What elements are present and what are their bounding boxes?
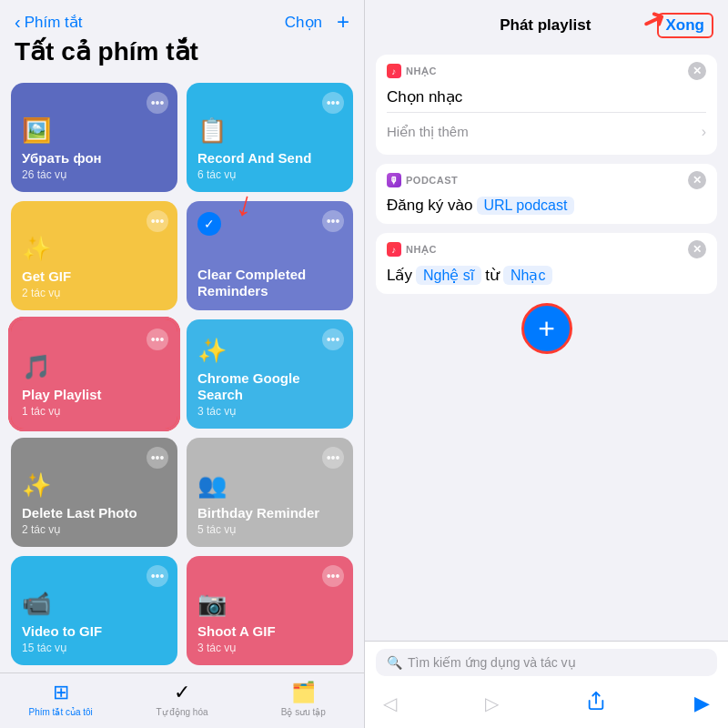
close-action-2[interactable]: ✕ [688,171,706,189]
card-icon-record: 📋 [197,116,342,145]
shortcut-card-delete[interactable]: ••• ✨ Delete Last Photo 2 tác vụ [11,438,177,547]
divider-1 [387,112,706,113]
shortcut-card-playlist[interactable]: ••• 🎵 Play Playlist 1 tác vụ [11,319,177,429]
lay-label: Lấy [387,266,412,285]
action-card-music2-body: Lấy Nghệ sĩ từ Nhạc [376,262,717,294]
card-wrapper-shootgif: ••• 📷 Shoot A GIF 3 tác vụ [187,556,353,665]
tab-gallery[interactable]: 🗂️ Bộ sưu tập [243,681,364,717]
more-button-birthday[interactable]: ••• [322,447,344,469]
action-card-music1-header: ♪ NHẠC ✕ [376,55,717,84]
card-wrapper-completed: ↓ ••• ✓ Clear Completed Reminders [187,201,353,310]
close-action-1[interactable]: ✕ [688,62,706,80]
card-name-videogif: Video to GIF [22,623,167,640]
card-icon-shootgif: 📷 [197,590,342,618]
share-button[interactable] [586,691,606,715]
action-card-music1-body: Chọn nhạc Hiển thị thêm › [376,84,717,155]
action-card-music2: ♪ NHẠC ✕ Lấy Nghệ sĩ từ Nhạc [376,233,717,294]
podcast-badge: 🎙 PODCAST [387,173,458,187]
more-button-completed[interactable]: ••• [322,210,344,232]
podcast-inline: Đăng ký vào URL podcast [387,197,706,215]
more-button-shootgif[interactable]: ••• [322,565,344,587]
shortcut-card-gif[interactable]: ••• ✨ Get GIF 2 tác vụ [11,201,177,310]
card-wrapper-playlist: ••• 🎵 Play Playlist 1 tác vụ [11,319,177,429]
card-tasks-chrome: 3 tác vụ [197,405,342,418]
card-tasks-ubrat: 26 tác vụ [22,168,167,181]
tab-gallery-label: Bộ sưu tập [281,707,326,717]
choose-button[interactable]: Chọn [285,13,322,32]
add-btn-container: + [376,303,717,354]
left-header: ‹ Phím tắt Chọn + Tất cả phím tắt [0,0,364,74]
xong-button[interactable]: Xong [657,13,714,38]
card-wrapper-gif: ••• ✨ Get GIF 2 tác vụ [11,201,177,310]
right-content: ♪ NHẠC ✕ Chọn nhạc Hiển thị thêm › 🎙 POD… [365,47,728,641]
shortcut-card-shootgif[interactable]: ••• 📷 Shoot A GIF 3 tác vụ [187,556,353,665]
action-main-label-1: Chọn nhạc [387,87,706,106]
shortcut-card-record[interactable]: ••• 📋 Record And Send 6 tác vụ [187,83,353,192]
card-icon-playlist: 🎵 [22,353,167,381]
left-nav: ‹ Phím tắt Chọn + [15,11,349,33]
tu-label: từ [485,266,500,285]
shortcut-card-completed[interactable]: ••• ✓ Clear Completed Reminders [187,201,353,310]
add-button[interactable]: + [337,11,349,33]
search-icon: 🔍 [387,655,402,670]
action-card-podcast-header: 🎙 PODCAST ✕ [376,164,717,193]
music-label-2: NHẠC [406,244,437,256]
more-button-playlist[interactable]: ••• [147,329,168,350]
back-browser-button[interactable]: ◁ [383,693,397,714]
more-button-ubrat[interactable]: ••• [147,92,168,114]
more-button-videogif[interactable]: ••• [147,565,168,587]
shortcut-card-videogif[interactable]: ••• 📹 Video to GIF 15 tác vụ [11,556,177,665]
action-card-music1: ♪ NHẠC ✕ Chọn nhạc Hiển thị thêm › [376,55,717,155]
shortcut-card-birthday[interactable]: ••• 👥 Birthday Reminder 5 tác vụ [187,438,353,547]
card-name-gif: Get GIF [22,268,167,285]
nav-actions: Chọn + [285,11,349,33]
play-button[interactable]: ▶ [694,692,710,715]
tab-auto-icon: ✓ [174,681,190,704]
card-tasks-shootgif: 3 tác vụ [197,642,342,654]
card-icon-birthday: 👥 [197,471,342,500]
card-name-chrome: Chrome Google Search [197,370,342,403]
more-button-gif[interactable]: ••• [147,210,168,232]
card-name-completed: Clear Completed Reminders [197,267,342,299]
check-icon: ✓ [197,212,221,236]
card-wrapper-ubrat: ••• 🖼️ Убрать фон 26 tác vụ [11,83,177,192]
shortcut-card-chrome[interactable]: ••• ✨ Chrome Google Search 3 tác vụ [187,319,353,429]
forward-browser-button[interactable]: ▷ [485,693,499,714]
left-panel: ‹ Phím tắt Chọn + Tất cả phím tắt ••• 🖼️… [0,0,364,728]
nghe-si-token[interactable]: Nghệ sĩ [416,266,481,285]
tab-my-shortcuts[interactable]: ⊞ Phím tắt của tôi [0,681,121,717]
more-button-chrome[interactable]: ••• [322,329,344,350]
card-tasks-delete: 2 tác vụ [22,523,167,536]
shortcut-card-ubrat[interactable]: ••• 🖼️ Убрать фон 26 tác vụ [11,83,177,192]
tab-gallery-icon: 🗂️ [291,681,316,704]
xong-wrapper: Xong [657,13,714,38]
music2-inline: Lấy Nghệ sĩ từ Nhạc [387,266,706,285]
more-button-record[interactable]: ••• [322,92,344,114]
close-action-3[interactable]: ✕ [688,240,706,258]
tab-automation[interactable]: ✓ Tự động hóa [121,681,242,717]
podcast-label: PODCAST [406,175,458,186]
more-button-delete[interactable]: ••• [147,447,168,469]
add-action-button[interactable]: + [521,303,572,354]
podcast-prefix: Đăng ký vào [387,197,473,215]
chevron-icon-1: › [702,124,706,140]
page-title: Tất cả phím tắt [15,36,349,66]
show-more-label: Hiển thị thêm [387,124,469,140]
card-wrapper-record: ••• 📋 Record And Send 6 tác vụ [187,83,353,192]
card-name-playlist: Play Playlist [22,387,167,403]
right-panel: Phát playlist Xong ➜ ♪ NHẠC ✕ Chọn nhạc … [364,0,728,728]
card-icon-chrome: ✨ [197,337,342,365]
card-name-ubrat: Убрать фон [22,150,167,167]
back-button[interactable]: ‹ Phím tắt [15,13,83,32]
card-wrapper-chrome: ••• ✨ Chrome Google Search 3 tác vụ [187,319,353,429]
nhac-token[interactable]: Nhạc [503,266,552,285]
search-placeholder: Tìm kiếm ứng dụng và tác vụ [408,655,576,670]
right-bottom: 🔍 Tìm kiếm ứng dụng và tác vụ ◁ ▷ ▶ [365,641,728,728]
tab-auto-label: Tự động hóa [156,707,207,717]
podcast-url-token[interactable]: URL podcast [477,197,575,215]
action-sub-row-1[interactable]: Hiển thị thêm › [387,118,706,146]
tab-my-icon: ⊞ [53,681,69,704]
shortcuts-grid: ••• 🖼️ Убрать фон 26 tác vụ ••• 📋 Record… [0,74,364,672]
search-bar[interactable]: 🔍 Tìm kiếm ứng dụng và tác vụ [376,649,717,676]
card-name-birthday: Birthday Reminder [197,505,342,521]
